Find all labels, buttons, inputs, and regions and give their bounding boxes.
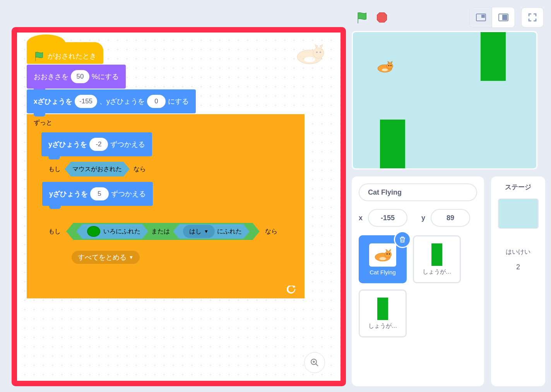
svg-point-20 — [389, 253, 390, 255]
touching-dropdown[interactable]: はし ▼ — [183, 225, 215, 238]
stop-icon — [376, 12, 388, 23]
sprite-y-input[interactable] — [431, 209, 470, 227]
y-label: y — [421, 214, 425, 222]
green-flag-button[interactable] — [353, 9, 370, 26]
sprites-grid: Cat Flying しょうが… しょうが… — [359, 235, 477, 337]
svg-point-15 — [390, 65, 391, 66]
svg-point-19 — [387, 253, 388, 255]
svg-point-4 — [320, 51, 321, 53]
stage-cat-sprite[interactable] — [374, 59, 395, 74]
goto-x-input[interactable]: -155 — [75, 95, 97, 108]
change-y1-input[interactable]: -2 — [89, 138, 108, 151]
x-label: x — [359, 214, 363, 222]
svg-rect-8 — [482, 15, 484, 17]
goto-y-input[interactable]: 0 — [147, 95, 166, 108]
fullscreen-button[interactable] — [521, 7, 544, 27]
svg-point-12 — [387, 63, 393, 69]
forever-block[interactable]: ずっと yざひょうを -2 ずつかえる もし — [27, 114, 305, 298]
loop-arrow-icon — [287, 286, 297, 294]
green-flag-icon — [34, 51, 44, 62]
delete-sprite-button[interactable] — [394, 231, 411, 248]
sprite-name-input[interactable] — [359, 183, 477, 201]
svg-point-3 — [316, 51, 318, 53]
small-stage-button[interactable] — [470, 7, 492, 27]
small-stage-icon — [476, 14, 486, 21]
stage-canvas[interactable] — [352, 31, 537, 169]
trash-icon — [399, 236, 406, 243]
set-size-block[interactable]: おおきさを 50 %にする — [27, 65, 126, 89]
svg-point-2 — [304, 57, 315, 62]
blocks-workspace[interactable]: がおされたとき おおきさを 50 %にする xざひょうを -155 、yざひょう… — [17, 33, 341, 381]
fullscreen-icon — [528, 13, 537, 22]
change-y-block-1[interactable]: yざひょうを -2 ずつかえる — [41, 132, 152, 156]
sprite-tile-obstacle-2[interactable]: しょうが… — [359, 289, 407, 337]
svg-point-14 — [388, 65, 389, 66]
svg-marker-6 — [377, 13, 387, 22]
green-flag-icon — [355, 11, 368, 24]
chevron-down-icon: ▼ — [129, 255, 133, 260]
stop-all-block[interactable]: すべてをとめる ▼ — [42, 245, 149, 269]
stage-pipe-top — [481, 32, 506, 81]
or-boolean[interactable]: いろにふれた または はし ▼ にふれた — [66, 223, 260, 240]
svg-point-13 — [382, 68, 388, 71]
goto-xy-block[interactable]: xざひょうを -155 、yざひょうを 0 にする — [27, 89, 196, 113]
sprite-tile-obstacle-1[interactable]: しょうが… — [413, 235, 461, 283]
sprite-thumb — [377, 298, 388, 320]
mouse-down-boolean[interactable]: マウスがおされた — [65, 162, 130, 176]
chevron-down-icon: ▼ — [204, 229, 209, 234]
sprite-tile-label: しょうが… — [423, 268, 452, 276]
sprite-tile-label: Cat Flying — [370, 269, 396, 276]
svg-point-17 — [385, 251, 391, 258]
stage-backdrop-thumb[interactable] — [498, 199, 539, 229]
sprite-x-input[interactable] — [368, 209, 407, 227]
backdrop-count: 2 — [516, 263, 520, 271]
sprite-thumb — [431, 243, 442, 266]
stop-dropdown[interactable]: すべてをとめる ▼ — [72, 251, 140, 264]
stage-and-sprites-panel: x y Cat Flying — [352, 4, 545, 386]
if-mouse-block[interactable]: もし マウスがおされた なら yざひょうを — [34, 157, 169, 217]
change-y2-input[interactable]: 5 — [90, 187, 109, 200]
code-workspace-panel: がおされたとき おおきさを 50 %にする xざひょうを -155 、yざひょう… — [12, 27, 346, 386]
sprite-tile-cat[interactable]: Cat Flying — [359, 235, 407, 283]
stage-info-panel: ステージ はいけい 2 — [491, 176, 545, 386]
zoom-in-icon — [310, 358, 319, 367]
when-flag-clicked-block[interactable]: がおされたとき — [27, 42, 103, 64]
hat-label: がおされたとき — [48, 51, 96, 61]
zoom-in-button[interactable] — [304, 352, 325, 373]
touching-color-boolean[interactable]: いろにふれた — [76, 224, 148, 239]
sprite-tile-label: しょうが… — [368, 322, 397, 330]
size-input[interactable]: 50 — [71, 70, 89, 83]
stage-pipe-bottom — [380, 120, 405, 168]
svg-point-1 — [313, 48, 324, 58]
backdrop-label: はいけい — [506, 248, 530, 256]
stage-panel-title: ステージ — [505, 183, 531, 192]
sprite-thumb — [369, 243, 396, 267]
stage-controls — [352, 4, 545, 31]
sprite-info-panel: x y Cat Flying — [352, 176, 484, 386]
change-y-block-2[interactable]: yざひょうを 5 ずつかえる — [42, 182, 153, 206]
touching-edge-boolean[interactable]: はし ▼ にふれた — [173, 224, 250, 239]
script-stack[interactable]: がおされたとき おおきさを 50 %にする xざひょうを -155 、yざひょう… — [27, 42, 305, 298]
if-touching-block[interactable]: もし いろにふれた または — [34, 218, 305, 281]
large-stage-button[interactable] — [492, 7, 515, 27]
svg-rect-10 — [503, 15, 507, 20]
color-swatch-input[interactable] — [87, 226, 100, 237]
stage-size-modes — [469, 7, 515, 28]
large-stage-icon — [498, 14, 508, 21]
stop-button[interactable] — [373, 9, 390, 26]
svg-point-18 — [379, 257, 386, 260]
